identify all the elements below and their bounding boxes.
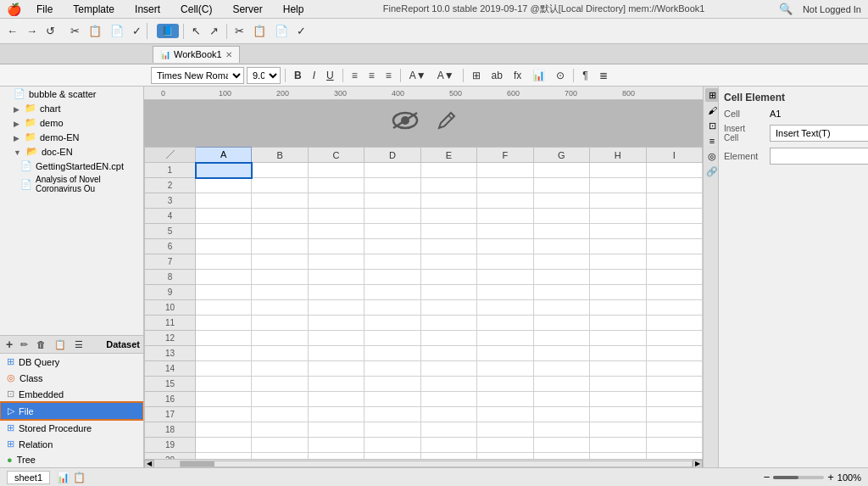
grid-cell[interactable] — [646, 300, 703, 316]
menu-help[interactable]: Help — [278, 2, 309, 17]
grid-cell[interactable] — [590, 270, 646, 285]
grid-cell[interactable] — [196, 453, 252, 460]
grid-cell[interactable] — [590, 331, 646, 346]
grid-cell[interactable] — [364, 407, 420, 422]
align-right-button[interactable]: ≡ — [381, 68, 396, 83]
grid-cell[interactable] — [308, 285, 364, 300]
grid-cell[interactable] — [646, 254, 703, 270]
grid-cell[interactable] — [252, 239, 308, 254]
formula-button[interactable]: fx — [509, 68, 526, 83]
not-logged-in[interactable]: Not Logged In — [803, 4, 861, 14]
rp-icon-other1[interactable]: ≡ — [705, 134, 719, 148]
grid-cell[interactable] — [364, 239, 420, 254]
grid-cell[interactable] — [646, 453, 703, 460]
ds-item-dbquery[interactable]: ⊞ DB Query — [0, 354, 143, 370]
grid-cell[interactable] — [477, 300, 533, 316]
grid-cell[interactable] — [533, 377, 589, 392]
col-header-h[interactable]: H — [590, 148, 646, 163]
grid-cell[interactable] — [646, 316, 703, 331]
grid-cell[interactable] — [533, 270, 589, 285]
ds-item-relation[interactable]: ⊞ Relation — [0, 436, 143, 452]
grid-cell[interactable] — [364, 453, 420, 460]
edit-dataset-button[interactable]: ✏ — [17, 338, 31, 352]
grid-cell[interactable] — [420, 270, 476, 285]
grid-cell[interactable] — [590, 422, 646, 438]
border-button[interactable]: ⊞ — [468, 68, 485, 83]
delete-dataset-button[interactable]: 🗑 — [33, 338, 49, 351]
search-icon[interactable]: 🔍 — [779, 3, 793, 15]
grid-cell[interactable] — [420, 239, 476, 254]
scrollbar-thumb[interactable] — [181, 461, 214, 466]
menu-template[interactable]: Template — [68, 2, 120, 17]
grid-cell[interactable] — [646, 163, 703, 178]
grid-cell[interactable] — [420, 224, 476, 239]
zoom-slider[interactable] — [773, 476, 824, 479]
grid-cell[interactable] — [196, 239, 252, 254]
grid-cell[interactable] — [420, 407, 476, 422]
font-family-select[interactable]: Times New Roman — [151, 67, 244, 84]
grid-cell[interactable] — [252, 407, 308, 422]
grid-cell[interactable] — [477, 163, 533, 178]
italic-button[interactable]: I — [309, 68, 320, 83]
tab-close-button[interactable]: ✕ — [225, 50, 232, 59]
grid-cell[interactable] — [477, 392, 533, 407]
menu-dataset-button[interactable]: ☰ — [71, 338, 86, 352]
grid-cell[interactable] — [646, 270, 703, 285]
grid-cell[interactable] — [420, 346, 476, 361]
grid-cell[interactable] — [252, 224, 308, 239]
tb-check2[interactable]: ✓ — [293, 23, 309, 39]
grid-cell[interactable] — [477, 407, 533, 422]
grid-cell[interactable] — [646, 239, 703, 254]
scroll-left-button[interactable]: ◀ — [144, 460, 154, 468]
copy-button[interactable]: 📋 — [85, 23, 105, 39]
menu-cell[interactable]: Cell(C) — [175, 2, 217, 17]
grid-cell[interactable] — [196, 209, 252, 224]
grid-cell[interactable] — [308, 377, 364, 392]
para-button[interactable]: ¶ — [578, 68, 592, 83]
chart-button[interactable]: 📊 — [528, 68, 549, 83]
grid-cell[interactable] — [590, 453, 646, 460]
menu-server[interactable]: Server — [227, 2, 267, 17]
font-size-select[interactable]: 9.0 — [247, 67, 281, 84]
grid-cell[interactable] — [196, 193, 252, 209]
scrollbar-track[interactable] — [180, 461, 693, 467]
ds-item-tree[interactable]: ● Tree — [0, 452, 143, 467]
grid-cell[interactable] — [252, 331, 308, 346]
grid-cell[interactable] — [196, 361, 252, 377]
grid-cell[interactable] — [420, 316, 476, 331]
grid-cell[interactable] — [477, 209, 533, 224]
grid-cell[interactable] — [252, 209, 308, 224]
grid-cell[interactable] — [420, 453, 476, 460]
grid-cell[interactable] — [420, 377, 476, 392]
grid-cell[interactable] — [364, 285, 420, 300]
ds-item-stored[interactable]: ⊞ Stored Procedure — [0, 420, 143, 436]
grid-cell[interactable] — [590, 178, 646, 193]
more-fmt-1[interactable]: A▼ — [405, 68, 431, 83]
grid-cell[interactable] — [308, 270, 364, 285]
grid-cell[interactable] — [196, 163, 252, 178]
grid-cell[interactable] — [533, 346, 589, 361]
grid-cell[interactable] — [252, 270, 308, 285]
grid-cell[interactable] — [308, 316, 364, 331]
align-left-button[interactable]: ≡ — [348, 68, 362, 83]
grid-cell[interactable] — [308, 361, 364, 377]
workbook-tab[interactable]: 📊 WorkBook1 ✕ — [153, 46, 240, 63]
reload-button[interactable]: ↺ — [42, 23, 58, 39]
grid-cell[interactable] — [533, 331, 589, 346]
sidebar-item-getting-started[interactable]: 📄 GettingStartedEN.cpt — [0, 159, 143, 173]
grid-cell[interactable] — [252, 193, 308, 209]
grid-cell[interactable] — [477, 422, 533, 438]
grid-cell[interactable] — [196, 377, 252, 392]
grid-cell[interactable] — [646, 193, 703, 209]
col-header-a[interactable]: A — [196, 148, 252, 163]
sidebar-item-demo-en[interactable]: 📁 demo-EN — [0, 130, 143, 144]
grid-cell[interactable] — [252, 163, 308, 178]
grid-cell[interactable] — [252, 178, 308, 193]
grid-cell[interactable] — [646, 178, 703, 193]
sidebar-item-demo[interactable]: 📁 demo — [0, 115, 143, 130]
grid-cell[interactable] — [252, 377, 308, 392]
grid-cell[interactable] — [590, 300, 646, 316]
check-button[interactable]: ✓ — [129, 23, 145, 39]
col-header-e[interactable]: E — [420, 148, 476, 163]
grid-cell[interactable] — [364, 300, 420, 316]
